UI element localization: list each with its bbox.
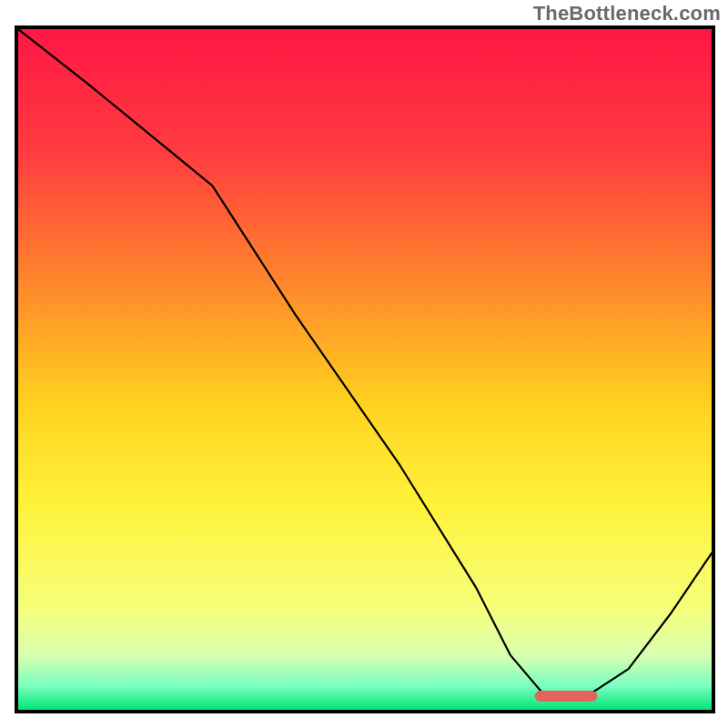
optimum-marker: [535, 691, 598, 702]
plot-frame: [15, 25, 715, 713]
bottleneck-curve: [18, 29, 712, 696]
plot-area: [18, 29, 712, 710]
chart-container: TheBottleneck.com: [0, 0, 728, 728]
watermark-text: TheBottleneck.com: [533, 2, 721, 25]
chart-overlay: [18, 29, 712, 710]
